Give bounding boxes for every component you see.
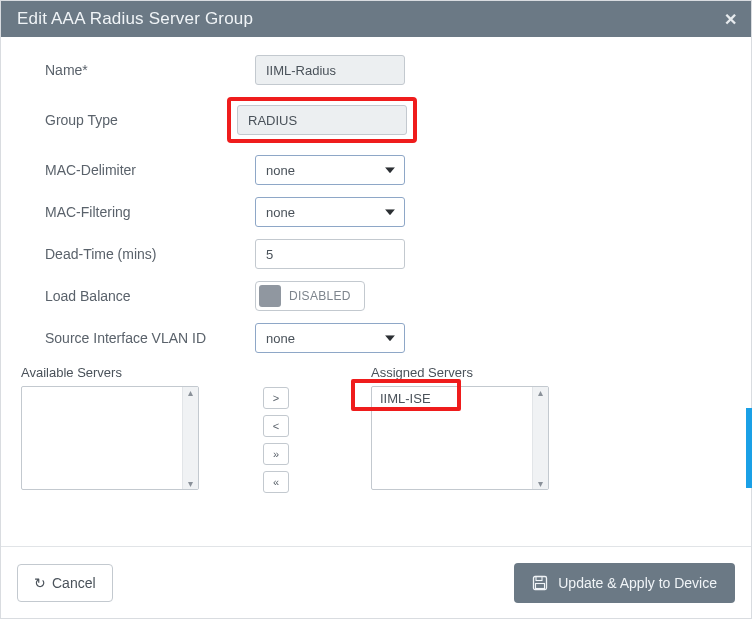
row-mac-delimiter: MAC-Delimiter none [45,155,729,185]
label-mac-filtering: MAC-Filtering [45,204,255,220]
mac-filtering-value: none [266,205,295,220]
row-src-vlan: Source Interface VLAN ID none [45,323,729,353]
move-all-left-button[interactable]: « [263,471,289,493]
dialog-footer: ↻ Cancel Update & Apply to Device [1,546,751,618]
row-mac-filtering: MAC-Filtering none [45,197,729,227]
scrollbar[interactable]: ▴▾ [182,387,198,489]
load-balance-toggle[interactable]: DISABLED [255,281,365,311]
name-input[interactable] [255,55,405,85]
label-dead-time: Dead-Time (mins) [45,246,255,262]
move-left-button[interactable]: < [263,415,289,437]
title-bar: Edit AAA Radius Server Group ✕ [1,1,751,37]
group-type-input [237,105,407,135]
available-servers-title: Available Servers [21,365,221,380]
src-vlan-select[interactable]: none [255,323,405,353]
dead-time-input[interactable] [255,239,405,269]
label-group-type: Group Type [45,112,227,128]
row-dead-time: Dead-Time (mins) [45,239,729,269]
toggle-knob [259,285,281,307]
label-src-vlan: Source Interface VLAN ID [45,330,255,346]
row-group-type: Group Type [45,97,729,143]
row-name: Name* [45,55,729,85]
dialog-title: Edit AAA Radius Server Group [17,9,253,29]
undo-icon: ↻ [34,575,46,591]
label-load-balance: Load Balance [45,288,255,304]
mac-delimiter-select[interactable]: none [255,155,405,185]
src-vlan-value: none [266,331,295,346]
mover-buttons: > < » « [221,365,331,493]
close-icon[interactable]: ✕ [724,10,737,29]
assigned-servers-title: Assigned Servers [371,365,571,380]
cancel-label: Cancel [52,575,96,591]
cancel-button[interactable]: ↻ Cancel [17,564,113,602]
highlight-group-type [227,97,417,143]
svg-rect-2 [536,583,545,588]
right-edge-accent [746,408,752,488]
modal-dialog: Edit AAA Radius Server Group ✕ Name* Gro… [0,0,752,619]
move-right-button[interactable]: > [263,387,289,409]
assigned-servers-list[interactable]: IIML-ISE ▴▾ [371,386,549,490]
apply-button[interactable]: Update & Apply to Device [514,563,735,603]
dialog-body: Name* Group Type MAC-Delimiter none MAC-… [1,37,751,546]
mac-filtering-select[interactable]: none [255,197,405,227]
label-mac-delimiter: MAC-Delimiter [45,162,255,178]
row-load-balance: Load Balance DISABLED [45,281,729,311]
list-item[interactable]: IIML-ISE [372,387,548,410]
save-icon [532,575,548,591]
label-name: Name* [45,62,255,78]
toggle-label: DISABLED [289,289,351,303]
move-all-right-button[interactable]: » [263,443,289,465]
server-lists: Available Servers ▴▾ > < » « Assigned Se… [21,365,729,493]
apply-label: Update & Apply to Device [558,575,717,591]
scrollbar[interactable]: ▴▾ [532,387,548,489]
mac-delimiter-value: none [266,163,295,178]
available-servers-list[interactable]: ▴▾ [21,386,199,490]
